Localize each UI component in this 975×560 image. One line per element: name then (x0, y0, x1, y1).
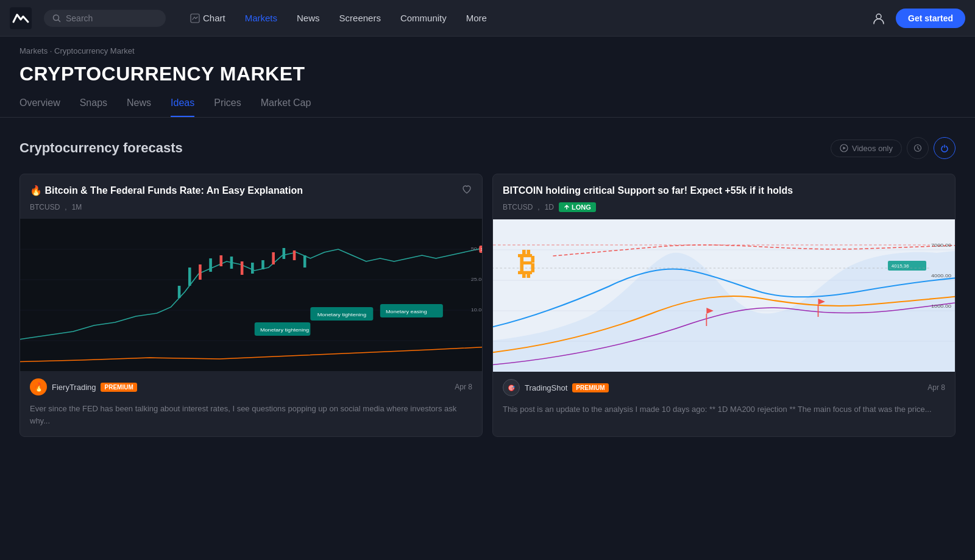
section-header: Cryptocurrency forecasts Videos only (20, 137, 956, 159)
tab-overview[interactable]: Overview (20, 97, 60, 117)
search-box[interactable]: Search (44, 10, 166, 27)
idea-card-2[interactable]: BITCOIN holding critical Support so far!… (492, 174, 956, 437)
tab-news[interactable]: News (127, 97, 151, 117)
videos-only-button[interactable]: Videos only (831, 140, 902, 157)
header-right: Get started (869, 9, 965, 28)
nav-item-screeners[interactable]: Screeners (330, 0, 391, 37)
nav-item-news[interactable]: News (287, 0, 330, 37)
card-footer-1: 🔥 FieryTrading PREMIUM Apr 8 (20, 371, 482, 403)
card-title-1: 🔥 Bitcoin & The Federal Funds Rate: An E… (30, 184, 454, 197)
svg-rect-12 (178, 286, 181, 298)
card-title-2: BITCOIN holding critical Support so far!… (503, 184, 938, 197)
svg-rect-18 (241, 261, 244, 275)
breadcrumb: Markets · Cryptocurrency Market (20, 46, 956, 55)
svg-point-3 (876, 14, 881, 19)
post-date-2: Apr 8 (927, 383, 945, 392)
svg-text:Monetary tightening: Monetary tightening (260, 327, 309, 333)
premium-badge-2: PREMIUM (572, 383, 608, 392)
power-icon (940, 144, 949, 152)
card-symbol-2: BTCUSD (503, 203, 533, 211)
section-controls: Videos only (831, 137, 956, 159)
nav-item-more[interactable]: More (456, 0, 497, 37)
card-timeframe-2: 1D (545, 203, 554, 211)
svg-text:4000.00: 4000.00 (931, 273, 951, 278)
user-icon[interactable] (869, 9, 888, 28)
chart-nav-icon (190, 13, 200, 23)
tab-prices[interactable]: Prices (214, 97, 241, 117)
cards-grid: 🔥 Bitcoin & The Federal Funds Rate: An E… (20, 174, 956, 437)
svg-rect-14 (199, 264, 202, 280)
svg-text:25.00: 25.00 (471, 277, 483, 282)
page-header: CRYPTOCURRENCY MARKET (0, 55, 975, 85)
tab-snaps[interactable]: Snaps (80, 97, 107, 117)
refresh-button[interactable] (934, 137, 956, 159)
post-date-1: Apr 8 (455, 383, 472, 391)
author-name-1: FieryTrading (52, 383, 96, 392)
history-button[interactable] (907, 137, 929, 159)
svg-rect-7 (20, 219, 483, 371)
card-description-1: Ever since the FED has been talking abou… (20, 403, 482, 436)
svg-rect-22 (283, 248, 286, 259)
card-header-1: 🔥 Bitcoin & The Federal Funds Rate: An E… (30, 184, 472, 198)
card-chart-2: ₿ 4015.36 7000.00 4000.00 1000.00 (492, 219, 956, 372)
section-title: Cryptocurrency forecasts (20, 140, 183, 156)
card-header-2: BITCOIN holding critical Support so far!… (503, 184, 945, 197)
card-separator-1: , (65, 203, 66, 211)
svg-rect-13 (188, 268, 191, 286)
breadcrumb-area: Markets · Cryptocurrency Market (0, 37, 975, 55)
get-started-button[interactable]: Get started (896, 9, 965, 28)
tab-market-cap[interactable]: Market Cap (261, 97, 311, 117)
card-footer-2: 🎯 TradingShot PREMIUM Apr 8 (493, 372, 955, 403)
author-avatar-2: 🎯 (503, 379, 520, 396)
main-nav: Chart Markets News Screeners Community M… (180, 0, 864, 37)
svg-text:4015.36: 4015.36 (892, 264, 909, 269)
main-content: Cryptocurrency forecasts Videos only (0, 118, 975, 456)
breadcrumb-current: Cryptocurrency Market (54, 46, 134, 55)
svg-text:Monetary easing: Monetary easing (386, 309, 427, 314)
svg-rect-15 (209, 258, 212, 272)
svg-marker-5 (843, 147, 846, 150)
card-content-1: 🔥 Bitcoin & The Federal Funds Rate: An E… (20, 174, 482, 211)
card-chart-1: Monetary tightening Monetary tightening … (20, 219, 483, 371)
breadcrumb-markets[interactable]: Markets (20, 46, 48, 55)
author-info-1: 🔥 FieryTrading PREMIUM (30, 378, 137, 395)
search-icon (52, 14, 61, 23)
card-meta-1: BTCUSD , 1M (30, 203, 472, 211)
long-badge: LONG (559, 202, 596, 212)
svg-text:₿: ₿ (518, 247, 536, 281)
svg-rect-16 (219, 255, 222, 266)
premium-badge-1: PREMIUM (101, 383, 136, 392)
card-symbol-1: BTCUSD (30, 203, 60, 211)
tab-ideas[interactable]: Ideas (171, 97, 194, 117)
nav-item-community[interactable]: Community (391, 0, 456, 37)
svg-rect-17 (230, 257, 233, 269)
svg-text:X: X (481, 247, 483, 252)
arrow-up-icon (564, 204, 570, 210)
svg-text:7000.00: 7000.00 (931, 243, 951, 248)
page-tabs: Overview Snaps News Ideas Prices Market … (0, 85, 975, 118)
author-name-2: TradingShot (525, 383, 567, 392)
card-content-2: BITCOIN holding critical Support so far!… (493, 174, 955, 212)
svg-text:1000.00: 1000.00 (931, 303, 951, 309)
svg-rect-23 (293, 250, 296, 260)
nav-item-markets[interactable]: Markets (235, 0, 287, 37)
author-avatar-1: 🔥 (30, 378, 47, 395)
svg-text:10.00: 10.00 (471, 307, 483, 313)
header: Search Chart Markets News Screeners Comm… (0, 0, 975, 37)
nav-item-chart[interactable]: Chart (180, 0, 235, 37)
card-separator-2: , (537, 203, 539, 211)
card-description-2: This post is an update to the analysis I… (493, 403, 955, 425)
svg-rect-20 (261, 260, 264, 269)
svg-rect-21 (272, 252, 275, 264)
play-icon (840, 144, 848, 152)
search-placeholder: Search (66, 13, 93, 23)
logo[interactable] (10, 7, 32, 29)
svg-rect-24 (303, 255, 307, 268)
card-meta-2: BTCUSD , 1D LONG (503, 202, 945, 212)
history-icon (913, 144, 922, 152)
card-timeframe-1: 1M (72, 203, 82, 211)
svg-text:Monetary tightening: Monetary tightening (317, 312, 366, 317)
like-button-1[interactable] (461, 184, 472, 198)
author-info-2: 🎯 TradingShot PREMIUM (503, 379, 609, 396)
idea-card-1[interactable]: 🔥 Bitcoin & The Federal Funds Rate: An E… (20, 174, 483, 437)
